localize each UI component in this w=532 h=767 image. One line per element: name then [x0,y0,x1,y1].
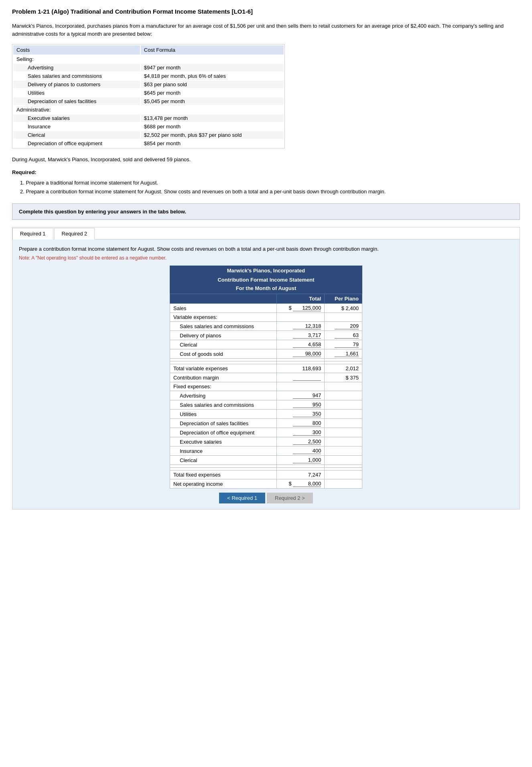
cost-label-1: Advertising [13,64,140,71]
stmt-row-label-12: Sales salaries and commissions [170,400,277,410]
intro-text: Marwick's Pianos, Incorporated, purchase… [12,22,520,38]
prev-btn[interactable]: < Required 1 [219,493,265,503]
statement-wrapper: Marwick's Pianos, Incorporated Contribut… [170,266,362,489]
tab2-description: Prepare a contribution format income sta… [19,245,513,253]
tab-required2[interactable]: Required 2 [54,228,95,239]
required-header: Required: [12,169,520,175]
stmt-row-total-16[interactable] [277,437,325,446]
stmt-row-per-15 [325,428,362,437]
cost-label-10: Depreciation of office equipment [13,140,140,147]
cost-formula-2: $4,818 per month, plus 6% of sales [141,72,284,80]
stmt-row-per-12 [325,400,362,410]
stmt-row-total-11[interactable] [277,391,325,400]
stmt-row-label-22: Net operating income [170,479,277,489]
stmt-row-total-22[interactable]: $ [277,479,325,489]
stmt-row-total-2[interactable] [277,322,325,331]
cost-formula-6 [141,106,284,114]
required-item-0: 1. Prepare a traditional format income s… [20,179,520,187]
cost-formula-4: $645 per month [141,89,284,97]
stmt-row-label-21: Total fixed expenses [170,471,277,479]
stmt-row-per-4[interactable] [325,340,362,349]
cost-formula-1: $947 per month [141,64,284,71]
stmt-title: Contribution Format Income Statement [170,276,362,284]
costs-col2-header: Cost Formula [141,45,284,55]
stmt-row-per-10 [325,382,362,391]
next-btn[interactable]: Required 2 > [267,493,313,503]
tabs-container: Required 1 Required 2 Prepare a contribu… [12,227,520,510]
cost-label-7: Executive salaries [13,114,140,122]
stmt-row-label-10: Fixed expenses: [170,382,277,391]
complete-box: Complete this question by entering your … [12,203,520,220]
stmt-period: For the Month of August [170,284,362,294]
stmt-row-per-22 [325,479,362,489]
problem-title: Problem 1-21 (Algo) Traditional and Cont… [12,8,520,15]
cost-label-4: Utilities [13,89,140,97]
stmt-row-total-7 [277,361,325,364]
stmt-row-total-19 [277,465,325,468]
stmt-row-label-16: Executive salaries [170,437,277,446]
stmt-row-per-18 [325,456,362,465]
stmt-row-label-4: Clerical [170,340,277,349]
cost-formula-5: $5,045 per month [141,97,284,105]
stmt-row-total-1 [277,313,325,322]
stmt-row-total-12[interactable] [277,400,325,410]
stmt-row-per-14 [325,419,362,428]
stmt-col-total: Total [277,294,325,304]
stmt-row-label-15: Depreciation of office equipment [170,428,277,437]
cost-label-0: Selling: [13,55,140,63]
stmt-row-total-3[interactable] [277,331,325,340]
required-item-1: 2. Prepare a contribution format income … [20,187,520,196]
stmt-row-total-15[interactable] [277,428,325,437]
stmt-row-per-16 [325,437,362,446]
stmt-table: Total Per Piano Sales$ $ 2,400Variable e… [170,294,362,489]
stmt-row-label-2: Sales salaries and commissions [170,322,277,331]
costs-col1-header: Costs [13,45,140,55]
stmt-row-label-18: Clerical [170,456,277,465]
stmt-row-label-8: Total variable expenses [170,364,277,373]
stmt-row-label-6 [170,359,277,361]
stmt-row-per-8: 2,012 [325,364,362,373]
stmt-company: Marwick's Pianos, Incorporated [170,266,362,276]
stmt-row-total-9[interactable] [277,373,325,382]
stmt-row-total-20 [277,468,325,471]
stmt-row-label-11: Advertising [170,391,277,400]
required-list: 1. Prepare a traditional format income s… [20,179,520,196]
stmt-row-total-18[interactable] [277,456,325,465]
during-text: During August, Marwick's Pianos, Incorpo… [12,156,520,164]
stmt-row-label-17: Insurance [170,446,277,456]
stmt-row-per-6 [325,359,362,361]
cost-formula-8: $688 per month [141,123,284,130]
stmt-row-total-13[interactable] [277,410,325,419]
stmt-row-per-0: $ 2,400 [325,304,362,313]
stmt-row-label-19 [170,465,277,468]
stmt-row-total-4[interactable] [277,340,325,349]
stmt-row-total-17[interactable] [277,446,325,456]
stmt-row-per-7 [325,361,362,364]
stmt-row-total-8: 118,693 [277,364,325,373]
cost-formula-9: $2,502 per month, plus $37 per piano sol… [141,131,284,139]
stmt-row-total-0[interactable]: $ [277,304,325,313]
stmt-row-per-5[interactable] [325,349,362,359]
stmt-row-label-3: Delivery of pianos [170,331,277,340]
stmt-row-label-13: Utilities [170,410,277,419]
cost-formula-10: $854 per month [141,140,284,147]
cost-label-8: Insurance [13,123,140,130]
cost-label-9: Clerical [13,131,140,139]
stmt-row-per-17 [325,446,362,456]
stmt-row-total-5[interactable] [277,349,325,359]
stmt-row-per-13 [325,410,362,419]
stmt-row-per-3[interactable] [325,331,362,340]
stmt-row-label-20 [170,468,277,471]
cost-formula-7: $13,478 per month [141,114,284,122]
stmt-row-per-20 [325,468,362,471]
stmt-row-per-2[interactable] [325,322,362,331]
nav-buttons: < Required 1 Required 2 > [19,493,513,503]
cost-formula-0 [141,55,284,63]
stmt-row-total-21: 7,247 [277,471,325,479]
note-text: Note: A "Net operating loss" should be e… [19,255,513,261]
stmt-row-total-14[interactable] [277,419,325,428]
cost-label-3: Delivery of pianos to customers [13,81,140,88]
stmt-row-per-21 [325,471,362,479]
tab-required1[interactable]: Required 1 [12,228,53,239]
cost-formula-3: $63 per piano sold [141,81,284,88]
